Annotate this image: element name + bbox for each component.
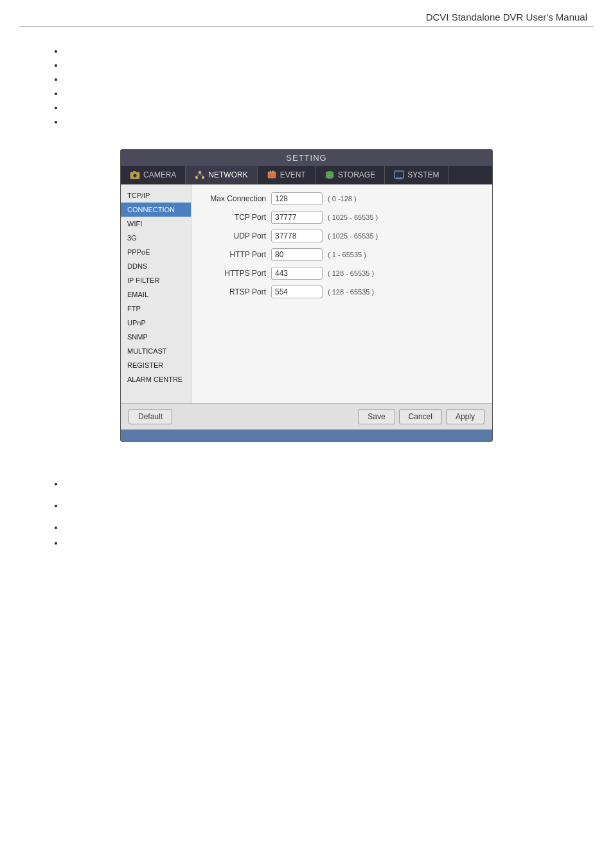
- field-input-rtspport[interactable]: [271, 285, 323, 298]
- bullet-item: [64, 479, 574, 497]
- svg-point-3: [199, 171, 201, 174]
- cancel-button[interactable]: Cancel: [399, 409, 442, 424]
- svg-point-4: [195, 176, 198, 179]
- page-title: DCVI Standalone DVR User's Manual: [0, 0, 613, 26]
- field-label-udpport: UDP Port: [202, 231, 266, 240]
- svg-line-6: [197, 174, 200, 176]
- section-gap: [0, 453, 613, 473]
- apply-button[interactable]: Apply: [446, 409, 484, 424]
- field-label-rtspport: RTSP Port: [202, 287, 266, 296]
- field-range-httpport: ( 1 - 65535 ): [328, 251, 366, 258]
- sidebar-item-tcpip[interactable]: TCP/IP: [121, 188, 191, 203]
- sidebar-item-multicast[interactable]: MULTICAST: [121, 344, 191, 358]
- svg-rect-17: [396, 178, 402, 179]
- sidebar-item-email[interactable]: EMAIL: [121, 287, 191, 302]
- camera-icon: [130, 170, 140, 179]
- field-input-httpsport[interactable]: [271, 267, 323, 280]
- tab-camera-label: CAMERA: [143, 170, 176, 179]
- field-input-maxconnection[interactable]: [271, 192, 323, 205]
- default-button[interactable]: Default: [129, 409, 172, 424]
- svg-point-14: [326, 176, 333, 179]
- svg-rect-2: [133, 171, 136, 173]
- dialog-main-content: Max Connection ( 0 -128 ) TCP Port ( 102…: [191, 185, 492, 403]
- field-label-tcpport: TCP Port: [202, 213, 266, 222]
- field-range-maxconnection: ( 0 -128 ): [328, 195, 357, 203]
- sidebar-item-snmp[interactable]: SNMP: [121, 330, 191, 344]
- dialog-title: SETTING: [121, 150, 492, 166]
- bullet-item: [64, 60, 574, 71]
- dialog-sidebar: TCP/IP CONNECTION WIFI 3G PPPoE DDNS: [121, 185, 191, 403]
- sidebar-item-upnp[interactable]: UPnP: [121, 316, 191, 330]
- tab-storage[interactable]: STORAGE: [315, 166, 385, 184]
- tab-network-label: NETWORK: [208, 170, 247, 179]
- field-range-rtspport: ( 128 - 65535 ): [328, 288, 374, 296]
- field-row-httpport: HTTP Port ( 1 - 65535 ): [202, 248, 482, 261]
- dialog-bottom-strip: [121, 429, 492, 441]
- setting-dialog-wrapper: SETTING CAMERA: [0, 149, 613, 442]
- field-row-rtspport: RTSP Port ( 128 - 65535 ): [202, 285, 482, 298]
- bullet-item: [64, 523, 574, 534]
- event-icon: [267, 170, 277, 179]
- system-icon: [394, 170, 404, 179]
- tab-system-label: SYSTEM: [407, 170, 439, 179]
- bullet-item: [64, 75, 574, 85]
- field-row-udpport: UDP Port ( 1025 - 65535 ): [202, 230, 482, 242]
- field-row-tcpport: TCP Port ( 1025 - 65535 ): [202, 211, 482, 224]
- network-icon: [195, 170, 205, 179]
- tab-event[interactable]: EVENT: [258, 166, 315, 184]
- tab-event-label: EVENT: [280, 170, 306, 179]
- field-label-httpsport: HTTPS Port: [202, 269, 266, 278]
- dialog-body: TCP/IP CONNECTION WIFI 3G PPPoE DDNS: [121, 185, 492, 403]
- svg-point-5: [202, 176, 204, 179]
- tab-system[interactable]: SYSTEM: [385, 166, 449, 184]
- sidebar-item-register[interactable]: REGISTER: [121, 358, 191, 372]
- title-text: DCVI Standalone DVR User's Manual: [426, 12, 587, 23]
- dialog-tabs: CAMERA NETWORK: [121, 166, 492, 185]
- top-bullet-section: [0, 40, 613, 138]
- sidebar-item-ddns[interactable]: DDNS: [121, 259, 191, 273]
- svg-rect-8: [268, 172, 276, 178]
- svg-line-7: [200, 174, 203, 176]
- field-range-httpsport: ( 128 - 65535 ): [328, 269, 374, 277]
- sidebar-item-ftp[interactable]: FTP: [121, 302, 191, 316]
- bullet-item: [64, 46, 574, 57]
- bullet-item: [64, 89, 574, 99]
- tab-storage-label: STORAGE: [338, 170, 375, 179]
- sidebar-item-alarmcentre[interactable]: ALARM CENTRE: [121, 372, 191, 386]
- sidebar-item-ipfilter[interactable]: IP FILTER: [121, 273, 191, 287]
- tab-network[interactable]: NETWORK: [186, 166, 257, 184]
- svg-point-1: [133, 174, 137, 177]
- storage-icon: [324, 170, 335, 179]
- field-input-httpport[interactable]: [271, 248, 323, 261]
- sidebar-item-connection[interactable]: CONNECTION: [121, 203, 191, 217]
- bullet-item: [64, 538, 574, 550]
- dialog-footer: Default Save Cancel Apply: [121, 403, 492, 429]
- field-label-maxconnection: Max Connection: [202, 194, 266, 203]
- save-button[interactable]: Save: [358, 409, 395, 424]
- header-divider: [19, 26, 594, 27]
- field-input-udpport[interactable]: [271, 230, 323, 242]
- field-row-httpsport: HTTPS Port ( 128 - 65535 ): [202, 267, 482, 280]
- footer-left: Default: [129, 409, 172, 424]
- footer-right: Save Cancel Apply: [358, 409, 484, 424]
- svg-rect-15: [395, 171, 404, 178]
- field-range-udpport: ( 1025 - 65535 ): [328, 232, 378, 240]
- field-input-tcpport[interactable]: [271, 211, 323, 224]
- bullet-item: [64, 501, 574, 519]
- tab-camera[interactable]: CAMERA: [121, 166, 186, 184]
- field-label-httpport: HTTP Port: [202, 250, 266, 259]
- sidebar-item-wifi[interactable]: WIFI: [121, 217, 191, 231]
- bullet-item: [64, 117, 574, 127]
- setting-dialog: SETTING CAMERA: [120, 149, 493, 442]
- svg-rect-11: [272, 171, 274, 173]
- field-row-maxconnection: Max Connection ( 0 -128 ): [202, 192, 482, 205]
- svg-rect-10: [270, 171, 271, 173]
- sidebar-item-3g[interactable]: 3G: [121, 231, 191, 245]
- field-range-tcpport: ( 1025 - 65535 ): [328, 213, 378, 221]
- bullet-item: [64, 103, 574, 113]
- sidebar-item-pppoe[interactable]: PPPoE: [121, 245, 191, 259]
- bottom-bullet-section: [0, 473, 613, 560]
